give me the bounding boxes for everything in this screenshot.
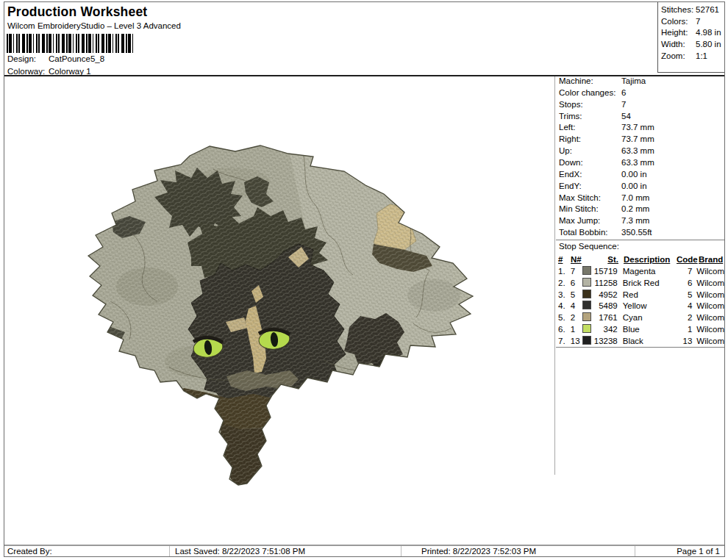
design-row: Design:CatPounce5_8	[7, 54, 104, 63]
spec-row: EndX:0.00 in	[556, 170, 724, 182]
design-label: Design:	[7, 54, 49, 63]
summary-label: Height:	[661, 28, 696, 37]
spec-row: Trims:54	[556, 112, 724, 123]
row-number: 1.	[556, 267, 571, 276]
spec-label: Machine:	[556, 76, 621, 85]
thread-brand: Wilcom	[692, 301, 724, 310]
spec-label: Up:	[556, 146, 621, 155]
thread-brand: Wilcom	[692, 313, 724, 322]
stitch-count: 13238	[593, 337, 619, 345]
summary-row: Colors:7	[658, 17, 724, 29]
spec-value: 6	[621, 88, 626, 97]
panel-separator	[554, 76, 555, 475]
colorway-name: Colorway 1	[49, 67, 91, 76]
row-number: 6.	[556, 325, 571, 334]
thread-color-swatch	[582, 278, 591, 287]
stop-sequence-row: 3. 5 4952 Red 5 Wilcom	[556, 289, 724, 301]
spec-label: Max Jump:	[556, 216, 621, 225]
stitch-count: 15719	[593, 267, 619, 276]
row-number: 2.	[556, 279, 571, 287]
spec-row: Total Bobbin:350.55ft	[556, 228, 724, 240]
summary-label: Width:	[661, 40, 696, 49]
summary-value: 5.80 in	[696, 40, 721, 49]
spec-value: Tajima	[621, 76, 646, 85]
spec-label: Color changes:	[556, 88, 621, 97]
swatch-cell	[582, 312, 593, 323]
row-number: 4.	[556, 301, 571, 310]
thread-code: 1	[675, 325, 693, 334]
stitch-count: 1761	[593, 313, 619, 322]
thread-code: 7	[675, 267, 693, 276]
thread-description: Red	[619, 290, 675, 299]
thread-code: 13	[675, 337, 693, 345]
summary-row: Zoom:1:1	[658, 51, 724, 63]
thread-description: Cyan	[619, 313, 675, 322]
spec-row: Max Jump:7.3 mm	[556, 216, 724, 228]
thread-color-swatch	[582, 266, 591, 275]
spec-row: Machine:Tajima	[556, 76, 724, 88]
thread-color-swatch	[582, 301, 591, 309]
spec-value: 0.2 mm	[621, 204, 649, 213]
created-by-cell: Created By:	[4, 546, 170, 556]
stop-sequence-row: 2. 6 11258 Brick Red 6 Wilcom	[556, 277, 724, 289]
thread-brand: Wilcom	[692, 279, 724, 287]
needle-number: 7	[571, 267, 583, 276]
spec-value: 7.3 mm	[621, 216, 649, 225]
thread-brand: Wilcom	[692, 337, 724, 345]
swatch-cell	[582, 336, 593, 346]
swatch-cell	[582, 266, 593, 276]
thread-color-swatch	[582, 290, 591, 298]
thread-brand: Wilcom	[692, 325, 724, 334]
stop-sequence-heading: Stop Sequence:	[556, 240, 724, 253]
col-header-num: #	[556, 255, 571, 264]
stitch-count: 342	[593, 325, 619, 334]
spec-label: Right:	[556, 134, 621, 143]
printed-cell: Printed: 8/22/2023 7:52:03 PM	[402, 546, 635, 556]
spec-label: EndX:	[556, 170, 621, 179]
thread-description: Blue	[619, 325, 675, 334]
summary-row: Height:4.98 in	[658, 28, 724, 40]
stitch-count: 5489	[593, 301, 619, 310]
stop-sequence-row: 5. 2 1761 Cyan 2 Wilcom	[556, 312, 724, 323]
stitch-count: 4952	[593, 290, 619, 299]
spec-value: 54	[621, 112, 631, 121]
summary-value: 52761	[696, 5, 719, 14]
summary-value: 7	[696, 17, 700, 26]
thread-code: 4	[675, 301, 693, 310]
col-header-st: St.	[594, 255, 620, 264]
col-header-description: Description	[620, 255, 677, 264]
thread-code: 2	[675, 313, 693, 322]
summary-label: Colors:	[661, 17, 696, 26]
thread-description: Magenta	[619, 267, 675, 276]
summary-label: Zoom:	[661, 51, 696, 60]
spec-value: 63.3 mm	[621, 158, 654, 167]
thread-description: Yellow	[619, 301, 675, 310]
row-number: 3.	[556, 290, 571, 299]
spec-label: Trims:	[556, 112, 621, 121]
needle-number: 6	[571, 279, 583, 287]
footer-bar: Created By: Last Saved: 8/22/2023 7:51:0…	[4, 545, 724, 556]
machine-panel: Machine:Tajima Color changes:6 Stops:7 T…	[556, 76, 724, 348]
worksheet-page: Production Worksheet Wilcom EmbroiderySt…	[4, 1, 725, 557]
swatch-cell	[582, 324, 593, 334]
spec-label: EndY:	[556, 182, 621, 190]
thread-code: 6	[675, 279, 693, 287]
spec-value: 73.7 mm	[621, 123, 654, 132]
swatch-cell	[582, 301, 593, 311]
needle-number: 5	[571, 290, 583, 299]
needle-number: 13	[571, 337, 583, 345]
thread-code: 5	[675, 290, 693, 299]
needle-number: 2	[571, 313, 583, 322]
spec-row: Min Stitch:0.2 mm	[556, 204, 724, 216]
swatch-cell	[582, 290, 593, 300]
thread-description: Brick Red	[619, 279, 675, 287]
summary-value: 1:1	[696, 51, 707, 60]
spec-value: 0.00 in	[621, 170, 647, 179]
spec-label: Min Stitch:	[556, 204, 621, 213]
row-number: 5.	[556, 313, 571, 322]
spec-row: EndY:0.00 in	[556, 182, 724, 193]
summary-label: Stitches:	[661, 5, 696, 14]
colorway-row: Colorway:Colorway 1	[7, 67, 91, 76]
page-title: Production Worksheet	[7, 4, 147, 20]
design-preview	[81, 140, 487, 491]
